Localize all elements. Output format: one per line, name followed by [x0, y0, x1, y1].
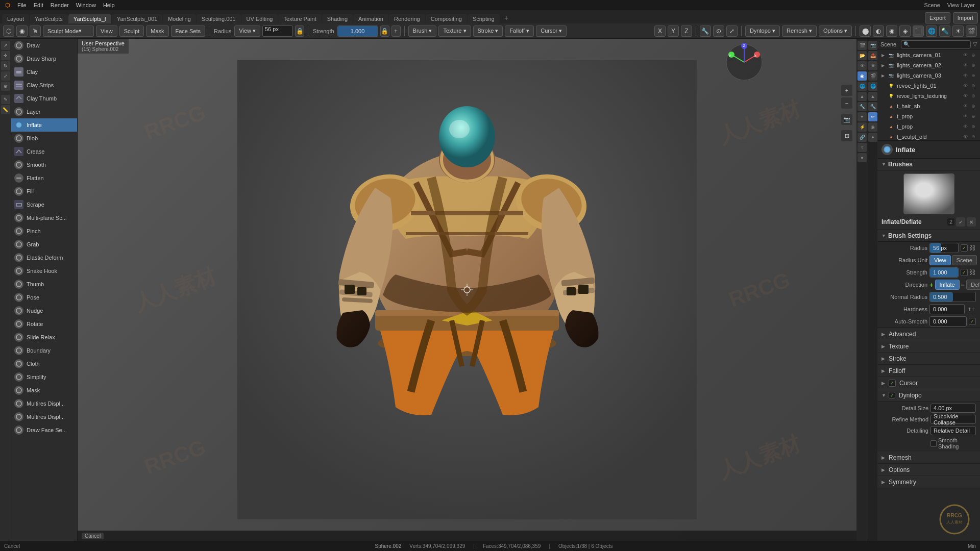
brush-x-btn[interactable]: ✕	[967, 217, 976, 227]
tab-yansculpts[interactable]: YanSculpts	[30, 14, 68, 23]
side-icon-object[interactable]: ▲	[857, 92, 867, 101]
menu-edit[interactable]: Edit	[31, 1, 46, 9]
menu-file[interactable]: File	[14, 1, 30, 9]
unit-view-btn[interactable]: View	[929, 255, 951, 265]
brush-item-nudge[interactable]: Nudge	[11, 304, 77, 317]
prop-object-icon[interactable]: ▲	[868, 92, 877, 101]
brush-item-pinch[interactable]: Pinch	[11, 224, 77, 238]
snap-icon[interactable]: 🔧	[700, 26, 711, 37]
tab-animation[interactable]: Animation	[353, 14, 388, 23]
brush-item-draw[interactable]: Draw	[11, 39, 77, 52]
brush-item-elastic-deform[interactable]: Elastic Deform	[11, 251, 77, 264]
brush-item-smooth[interactable]: Smooth	[11, 158, 77, 171]
outliner-item-sculpt-old[interactable]: ▲ t_sculpt_old 👁 ⊕	[877, 132, 980, 140]
tab-sculpting-001[interactable]: Sculpting.001	[197, 14, 241, 23]
brush-item-snake-hook[interactable]: Snake Hook	[11, 264, 77, 278]
toolbar-icon-1[interactable]: ⬡	[3, 26, 14, 37]
tab-texture-paint[interactable]: Texture Paint	[278, 14, 321, 23]
prop-data-icon[interactable]: ◉	[868, 122, 877, 132]
brush-item-thumb[interactable]: Thumb	[11, 278, 77, 291]
tab-uv-editing[interactable]: UV Editing	[241, 14, 278, 23]
prop-world-icon[interactable]: 🌐	[868, 82, 877, 91]
normal-radius-field[interactable]: 0.500	[929, 292, 976, 302]
brush-item-scrape[interactable]: Scrape	[11, 198, 77, 211]
side-icon-particles[interactable]: ✦	[857, 112, 867, 121]
remesh-header[interactable]: ▶ Remesh	[877, 452, 980, 464]
strength-field[interactable]: 1.000	[929, 267, 959, 278]
tool-move[interactable]: ✛	[1, 51, 10, 60]
viewport-shading-6[interactable]: 🔦	[939, 26, 950, 37]
unit-scene-btn[interactable]: Scene	[952, 255, 977, 265]
tab-yansculpts-001[interactable]: YanSculpts_001	[112, 14, 162, 23]
strength-chain-btn[interactable]: ⛓	[970, 269, 976, 276]
falloff-menu[interactable]: Falloff ▾	[505, 26, 534, 37]
outliner-item-camera-3[interactable]: ▶ 📷 lights_camera_03 👁 ⊕	[877, 70, 980, 81]
brush-item-crease[interactable]: Crease	[11, 145, 77, 158]
outliner-item-lights-tex[interactable]: 💡 revoe_lights_texturing 👁 ⊕	[877, 91, 980, 101]
dyntopo-check[interactable]: ✓	[889, 392, 895, 398]
brush-item-simplify[interactable]: Simplify	[11, 370, 77, 384]
brush-item-multiplane[interactable]: Multi-plane Sc...	[11, 211, 77, 224]
brush-item-multires-2[interactable]: Multires Displ...	[11, 410, 77, 423]
tool-transform[interactable]: ⊕	[1, 82, 10, 91]
brush-item-inflate[interactable]: Inflate	[11, 118, 77, 132]
blender-logo[interactable]: ⬡	[2, 1, 13, 10]
cancel-btn[interactable]: Cancel	[82, 533, 104, 539]
tool-rotate[interactable]: ↻	[1, 61, 10, 70]
viewport-shading-3[interactable]: ◈	[899, 26, 911, 37]
outliner-item-hair[interactable]: ▲ t_hair_sb 👁 ⊕	[877, 101, 980, 111]
zoom-in-btn[interactable]: +	[841, 85, 852, 96]
menu-render[interactable]: Render	[47, 1, 72, 9]
brush-item-pose[interactable]: Pose	[11, 291, 77, 304]
side-icon-view[interactable]: 👁	[857, 61, 867, 70]
remesh-menu[interactable]: Remesh ▾	[782, 26, 817, 37]
strength-lock-icon[interactable]: 🔒	[380, 26, 389, 37]
overlay-icon[interactable]: ⬤	[860, 26, 871, 37]
face-sets-menu[interactable]: Face Sets	[171, 26, 206, 37]
radius-input[interactable]: 56 px	[262, 26, 293, 37]
brush-item-grab[interactable]: Grab	[11, 238, 77, 251]
brush-item-slide-relax[interactable]: Slide Relax	[11, 331, 77, 344]
hardness-plus-btn[interactable]: ++	[967, 306, 976, 313]
prop-output-icon[interactable]: 📤	[868, 51, 877, 60]
toolbar-icon-3[interactable]: 🖱	[30, 26, 41, 37]
viewport-shading-8[interactable]: 🎬	[966, 26, 977, 37]
side-icon-render[interactable]: 🎬	[857, 41, 867, 50]
side-icon-material[interactable]: ●	[857, 153, 867, 162]
tool-annotate[interactable]: ✎	[1, 95, 10, 104]
prop-scene-icon[interactable]: 🎬	[868, 71, 877, 81]
detailing-field[interactable]: Relative Detail	[930, 426, 976, 435]
tool-measure[interactable]: 📏	[1, 105, 10, 114]
view-camera-btn[interactable]: 📷	[841, 114, 852, 125]
tab-shading[interactable]: Shading	[322, 14, 353, 23]
side-icon-data[interactable]: ▿	[857, 143, 867, 152]
menu-window[interactable]: Window	[73, 1, 99, 9]
brush-item-multires-1[interactable]: Multires Displ...	[11, 397, 77, 410]
side-icon-modifier[interactable]: 🔧	[857, 102, 867, 111]
brush-item-rotate[interactable]: Rotate	[11, 317, 77, 331]
cursor-check[interactable]: ✓	[889, 380, 896, 387]
view-menu[interactable]: View	[96, 26, 117, 37]
viewport-shading-2[interactable]: ◉	[886, 26, 897, 37]
viewport-shading-5[interactable]: 🌐	[926, 26, 937, 37]
export-btn[interactable]: Export	[925, 12, 950, 23]
axis-z-btn[interactable]: Z	[681, 26, 692, 37]
viewport-shading-7[interactable]: ☀	[952, 26, 964, 37]
viewport-shading-4[interactable]: ⬛	[913, 26, 924, 37]
falloff-header[interactable]: ▶ Falloff	[877, 365, 980, 377]
side-icon-scene[interactable]: ◉	[857, 71, 867, 81]
strength-bar[interactable]: 1.000	[337, 26, 378, 37]
toolbar-icon-2[interactable]: ◉	[16, 26, 28, 37]
direction-deflate-btn[interactable]: Deflate	[966, 280, 980, 290]
filter-icon[interactable]: ▽	[973, 41, 977, 47]
texture-menu[interactable]: Texture ▾	[438, 26, 471, 37]
brush-item-draw-sharp[interactable]: Draw Sharp	[11, 52, 77, 65]
direction-inflate-btn[interactable]: Inflate	[935, 280, 960, 290]
tab-modeling[interactable]: Modeling	[163, 14, 196, 23]
outliner-item-prop-2[interactable]: ▲ t_prop 👁 ⊕	[877, 121, 980, 132]
brush-item-fill[interactable]: Fill	[11, 185, 77, 198]
tab-add[interactable]: +	[500, 12, 512, 23]
vis-icon[interactable]: 👁	[962, 52, 969, 59]
options-menu[interactable]: Options ▾	[819, 26, 852, 37]
tab-yansculpts-f[interactable]: YanSculpts_f	[68, 14, 111, 23]
